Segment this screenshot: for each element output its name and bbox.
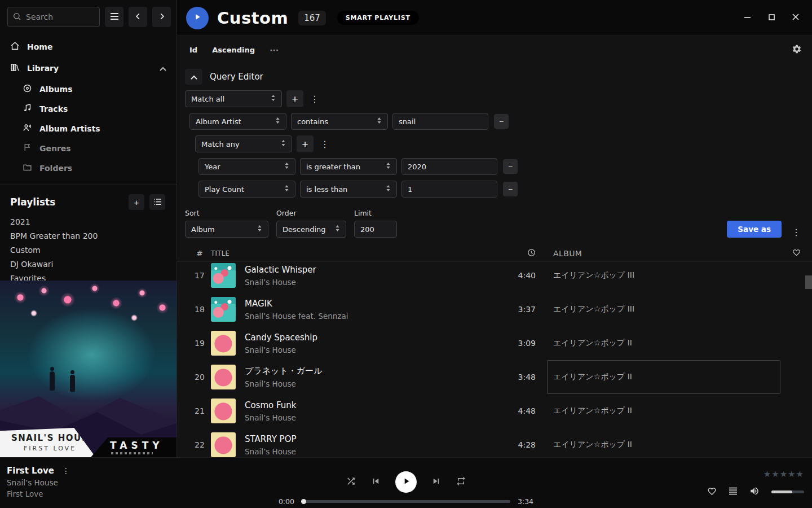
now-playing-menu-button[interactable]: ⋮ bbox=[60, 466, 72, 475]
add-playlist-button[interactable]: + bbox=[129, 194, 144, 210]
select-value: contains bbox=[297, 117, 328, 126]
track-album-cell[interactable]: エイリアン☆ポップ II bbox=[547, 360, 780, 394]
settings-button[interactable] bbox=[792, 44, 802, 56]
track-album-cell[interactable]: エイリアン☆ポップ II bbox=[547, 428, 780, 457]
table-row[interactable]: 18 MAGIK Snail’s House feat. Sennzai 3:3… bbox=[177, 292, 812, 326]
sidebar-item-label: Library bbox=[27, 64, 59, 73]
collapse-query-editor-button[interactable] bbox=[185, 69, 202, 85]
remove-rule-button[interactable]: − bbox=[494, 114, 509, 129]
repeat-button[interactable] bbox=[456, 476, 466, 488]
select-arrows-icon bbox=[386, 185, 391, 194]
play-playlist-button[interactable] bbox=[186, 7, 209, 29]
column-header-title[interactable]: TITLE bbox=[211, 249, 245, 257]
close-button[interactable] bbox=[792, 13, 800, 23]
column-header-album[interactable]: ALBUM bbox=[547, 246, 780, 261]
add-rule-button[interactable]: + bbox=[297, 135, 314, 152]
track-artist: Snail’s House bbox=[245, 413, 492, 422]
sort-direction-button[interactable]: Ascending bbox=[212, 46, 255, 54]
now-playing-artist[interactable]: Snail’s House bbox=[7, 478, 72, 487]
sort-field-button[interactable]: Id bbox=[189, 46, 197, 54]
table-row[interactable]: 21 Cosmo Funk Snail’s House 4:48 エイリアン☆ポ… bbox=[177, 394, 812, 428]
shuffle-icon bbox=[346, 476, 356, 488]
sidebar-item-album-artists[interactable]: Album Artists bbox=[0, 119, 176, 138]
forward-button[interactable] bbox=[152, 7, 171, 27]
rule-field-select[interactable]: Play Count bbox=[198, 181, 295, 198]
sidebar-item-tracks[interactable]: Tracks bbox=[0, 99, 176, 119]
sidebar-item-albums[interactable]: Albums bbox=[0, 79, 176, 99]
chevron-up-icon[interactable] bbox=[160, 64, 166, 73]
save-as-button[interactable]: Save as bbox=[727, 221, 782, 238]
rule-field-select[interactable]: Album Artist bbox=[189, 113, 286, 130]
now-playing-album[interactable]: First Love bbox=[7, 489, 72, 498]
rule-field-select[interactable]: Year bbox=[198, 158, 295, 175]
volume-slider[interactable] bbox=[771, 491, 804, 493]
previous-track-button[interactable] bbox=[370, 476, 381, 488]
column-header-duration[interactable] bbox=[496, 248, 536, 259]
more-options-button[interactable]: ⋯ bbox=[270, 45, 279, 55]
menu-button[interactable] bbox=[105, 7, 123, 27]
rule-operator-select[interactable]: contains bbox=[291, 113, 388, 130]
add-rule-button[interactable]: + bbox=[286, 90, 303, 107]
sidebar-item-label: Albums bbox=[39, 85, 73, 94]
sidebar-item-home[interactable]: Home bbox=[0, 36, 176, 58]
table-row[interactable]: 19 Candy Spaceship Snail’s House 3:09 エイ… bbox=[177, 326, 812, 360]
track-album-cell[interactable]: エイリアン☆ポップ II bbox=[547, 326, 780, 360]
sidebar-item-library[interactable]: Library bbox=[0, 58, 176, 79]
column-header-favorite[interactable] bbox=[780, 248, 812, 259]
table-row[interactable]: 22 STARRY POP Snail’s House 4:28 エイリアン☆ポ… bbox=[177, 428, 812, 457]
remove-rule-button[interactable]: − bbox=[503, 182, 518, 196]
rule-value-input[interactable] bbox=[401, 181, 497, 198]
group-menu-button[interactable]: ⋮ bbox=[318, 139, 332, 150]
rule-operator-select[interactable]: is greater than bbox=[300, 158, 397, 175]
seek-handle[interactable] bbox=[301, 499, 306, 504]
table-scrollbar[interactable] bbox=[805, 257, 812, 456]
rule-value-input[interactable] bbox=[392, 113, 488, 130]
playlist-item[interactable]: BPM Greater than 200 bbox=[0, 229, 176, 243]
playlist-item[interactable]: Custom bbox=[0, 243, 176, 257]
group-menu-button[interactable]: ⋮ bbox=[308, 94, 321, 104]
order-select[interactable]: Descending bbox=[276, 221, 346, 238]
volume-button[interactable] bbox=[749, 486, 760, 498]
gear-icon bbox=[792, 44, 802, 56]
library-sub-list: Albums Tracks Album Artists bbox=[0, 79, 176, 178]
track-album-cell[interactable]: エイリアン☆ポップ III bbox=[547, 292, 780, 326]
save-menu-button[interactable]: ⋮ bbox=[789, 227, 803, 238]
playlist-item[interactable]: DJ Okawari bbox=[0, 257, 176, 271]
minimize-button[interactable] bbox=[743, 13, 752, 23]
now-playing-title[interactable]: First Love bbox=[7, 466, 54, 476]
track-album-cell[interactable]: エイリアン☆ポップ II bbox=[547, 394, 780, 428]
select-arrows-icon bbox=[271, 94, 276, 103]
seek-slider[interactable] bbox=[302, 500, 510, 503]
track-album-cell[interactable]: エイリアン☆ポップ III bbox=[547, 261, 780, 292]
sidebar-item-folders[interactable]: Folders bbox=[0, 158, 176, 178]
table-row[interactable]: 17 Galactic Whisper Snail’s House 4:40 エ… bbox=[177, 261, 812, 292]
match-type-select[interactable]: Match all bbox=[185, 90, 282, 107]
limit-input[interactable] bbox=[354, 221, 397, 238]
back-button[interactable] bbox=[129, 7, 147, 27]
queue-button[interactable] bbox=[729, 487, 738, 497]
rule-value-input[interactable] bbox=[401, 158, 497, 175]
remove-rule-button[interactable]: − bbox=[503, 159, 518, 174]
sidebar-item-genres[interactable]: Genres bbox=[0, 138, 176, 158]
sidebar-item-label: Tracks bbox=[39, 104, 68, 113]
track-number: 22 bbox=[188, 440, 211, 449]
column-header-number[interactable]: # bbox=[188, 249, 211, 258]
next-track-button[interactable] bbox=[431, 476, 442, 488]
scrollbar-thumb[interactable] bbox=[805, 275, 812, 289]
maximize-button[interactable] bbox=[768, 14, 775, 23]
rule-operator-select[interactable]: is less than bbox=[300, 181, 397, 198]
playlist-item[interactable]: 2021 bbox=[0, 215, 176, 229]
table-row[interactable]: 20 プラネット・ガール Snail’s House 3:48 エイリアン☆ポッ… bbox=[177, 360, 812, 394]
track-number: 17 bbox=[188, 271, 211, 280]
rating-stars[interactable]: ★★★★★ bbox=[764, 469, 804, 479]
select-value: Year bbox=[205, 163, 220, 171]
play-pause-button[interactable] bbox=[395, 471, 417, 493]
track-album-art bbox=[211, 263, 236, 288]
playlist-options-button[interactable] bbox=[149, 194, 165, 210]
now-playing-album-art[interactable]: SNAIL'S HOUSE FIRST LOVE TASTY bbox=[0, 281, 176, 457]
sort-select[interactable]: Album bbox=[185, 221, 268, 238]
favorite-button[interactable] bbox=[707, 487, 717, 498]
match-type-select[interactable]: Match any bbox=[195, 135, 292, 152]
track-count-badge: 167 bbox=[298, 11, 326, 25]
shuffle-button[interactable] bbox=[346, 476, 356, 488]
